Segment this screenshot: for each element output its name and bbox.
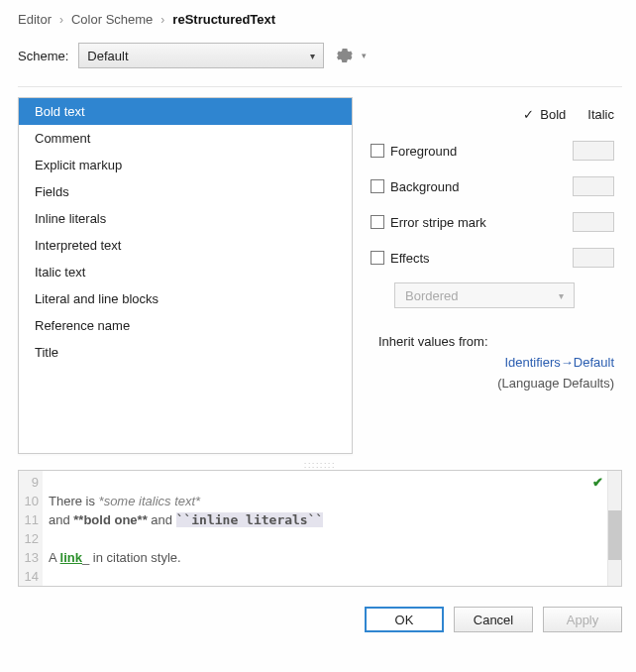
list-item[interactable]: Italic text — [19, 259, 352, 285]
foreground-swatch[interactable] — [573, 141, 614, 161]
checkbox-icon — [371, 179, 384, 193]
effects-type-select[interactable]: Bordered ▾ — [394, 282, 575, 308]
inherit-checkbox[interactable]: Inherit values from: — [371, 334, 614, 349]
checkmark-icon: ✔ — [592, 473, 603, 492]
errorstripe-swatch[interactable] — [573, 212, 614, 232]
errorstripe-label: Error stripe mark — [390, 215, 486, 230]
errorstripe-row[interactable]: Error stripe mark — [371, 211, 614, 233]
effects-swatch[interactable] — [573, 248, 614, 268]
background-swatch[interactable] — [573, 176, 614, 196]
background-label: Background — [390, 179, 459, 194]
scheme-value: Default — [87, 49, 128, 63]
code-line: A link_ in citation style. — [49, 548, 601, 567]
chevron-right-icon: › — [160, 13, 164, 27]
code-line — [49, 529, 601, 548]
effects-type-value: Bordered — [405, 288, 458, 303]
ok-button[interactable]: OK — [365, 607, 444, 632]
apply-button: Apply — [543, 607, 622, 632]
bold-checkbox[interactable]: ✓ Bold — [523, 107, 566, 122]
list-item[interactable]: Inline literals — [19, 205, 352, 232]
list-item[interactable]: Reference name — [19, 312, 352, 339]
code-line — [49, 567, 601, 586]
checkbox-icon — [371, 215, 384, 229]
foreground-label: Foreground — [390, 144, 457, 159]
code-line — [49, 473, 601, 492]
dialog-buttons: OK Cancel Apply — [18, 607, 622, 632]
attribute-list[interactable]: Bold textCommentExplicit markupFieldsInl… — [18, 97, 353, 454]
list-item[interactable]: Literal and line blocks — [19, 285, 352, 312]
scheme-select[interactable]: Default ▾ — [78, 43, 324, 68]
breadcrumb-colorscheme[interactable]: Color Scheme — [71, 12, 153, 27]
italic-label: Italic — [587, 107, 614, 122]
breadcrumb: Editor › Color Scheme › reStructuredText — [18, 12, 622, 27]
list-item[interactable]: Bold text — [19, 98, 352, 125]
list-item[interactable]: Fields — [19, 178, 352, 205]
italic-checkbox[interactable]: Italic — [582, 107, 614, 122]
checkbox-icon — [371, 144, 384, 158]
scheme-label: Scheme: — [18, 49, 68, 63]
breadcrumb-editor[interactable]: Editor — [18, 12, 52, 27]
preview-scrollbar[interactable] — [607, 471, 621, 586]
scheme-row: Scheme: Default ▾ ▾ — [18, 43, 622, 68]
bold-label: Bold — [540, 107, 566, 122]
breadcrumb-restructuredtext: reStructuredText — [172, 12, 275, 27]
checkbox-icon: ✓ — [523, 107, 534, 122]
background-row[interactable]: Background — [371, 175, 614, 197]
list-item[interactable]: Interpreted text — [19, 232, 352, 259]
effects-row[interactable]: Effects — [371, 247, 614, 269]
chevron-right-icon: › — [59, 13, 63, 27]
vertical-resizer[interactable]: ∷∷∷∷ — [18, 460, 622, 470]
preview-editor: 91011121314 ✔ There is *some italics tex… — [18, 470, 622, 587]
checkbox-icon — [371, 251, 384, 265]
chevron-down-icon: ▾ — [559, 290, 564, 301]
gear-icon[interactable] — [334, 45, 356, 66]
foreground-row[interactable]: Foreground — [371, 140, 614, 162]
code-line: There is *some italics text* — [49, 492, 601, 510]
list-item[interactable]: Title — [19, 339, 352, 366]
code-area[interactable]: ✔ There is *some italics text* and **bol… — [43, 471, 607, 586]
chevron-down-icon: ▾ — [310, 51, 315, 61]
scrollbar-thumb[interactable] — [608, 510, 621, 560]
cancel-button[interactable]: Cancel — [454, 607, 533, 632]
inherit-sub: (Language Defaults) — [371, 376, 614, 391]
list-item[interactable]: Comment — [19, 125, 352, 152]
attribute-panel: ✓ Bold Italic Foreground Background — [371, 91, 622, 454]
code-line: and **bold one** and ``inline literals`` — [49, 510, 601, 529]
inherit-label: Inherit values from: — [378, 334, 488, 349]
effects-label: Effects — [390, 251, 430, 266]
gutter: 91011121314 — [19, 471, 43, 586]
dropdown-arrow-icon[interactable]: ▾ — [362, 51, 367, 60]
list-item[interactable]: Explicit markup — [19, 152, 352, 178]
inherit-link[interactable]: Identifiers→Default — [371, 355, 614, 370]
